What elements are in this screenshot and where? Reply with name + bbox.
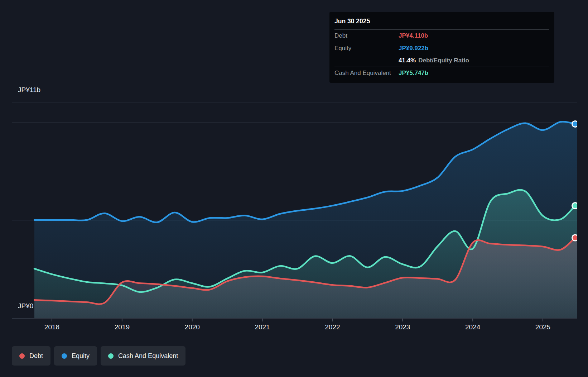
tooltip-equity-value: JP¥9.922b (399, 45, 428, 52)
cash-legend-dot-icon (108, 353, 114, 359)
legend-label: Equity (72, 352, 90, 360)
x-axis-label-2024: 2024 (465, 323, 481, 331)
tooltip-cash-label: Cash And Equivalent (334, 70, 399, 77)
tooltip-ratio-value: 41.4% (399, 57, 416, 64)
y-axis-label-top: JP¥11b (18, 86, 40, 94)
x-axis-label-2019: 2019 (115, 323, 130, 331)
tooltip-row-cash: Cash And Equivalent JP¥5.747b (334, 67, 549, 79)
tooltip: Jun 30 2025 Debt JP¥4.110b Equity JP¥9.9… (329, 12, 554, 83)
equity-endpoint-dot (572, 121, 578, 127)
x-axis-label-2018: 2018 (44, 323, 59, 331)
debt-legend-dot-icon (19, 353, 25, 359)
tooltip-debt-value: JP¥4.110b (399, 32, 428, 39)
tooltip-cash-value: JP¥5.747b (399, 70, 428, 77)
tooltip-date-title: Jun 30 2025 (334, 15, 549, 30)
y-axis-label-bottom: JP¥0 (18, 302, 33, 310)
debt-equity-chart: 20182019202020212022202320242025 JP¥11b … (0, 0, 588, 377)
x-axis-label-2022: 2022 (325, 323, 340, 331)
equity-legend-dot-icon (62, 353, 67, 359)
legend-chip-debt[interactable]: Debt (12, 346, 50, 366)
tooltip-ratio-label: Debt/Equity Ratio (418, 57, 469, 64)
legend-label: Debt (29, 352, 43, 360)
legend-chip-equity[interactable]: Equity (54, 346, 97, 366)
x-axis-label-2023: 2023 (395, 323, 410, 331)
tooltip-row-debt: Debt JP¥4.110b (334, 30, 549, 42)
cash-endpoint-dot (572, 203, 578, 209)
x-axis-label-2025: 2025 (535, 323, 550, 331)
debt-endpoint-dot (572, 235, 578, 241)
legend-chip-cash[interactable]: Cash And Equivalent (101, 346, 185, 366)
tooltip-debt-label: Debt (334, 32, 399, 39)
tooltip-row-equity: Equity JP¥9.922b (334, 42, 549, 54)
chart-legend: DebtEquityCash And Equivalent (12, 346, 185, 366)
x-axis-label-2020: 2020 (185, 323, 200, 331)
tooltip-row-ratio: 41.4% Debt/Equity Ratio (334, 54, 549, 67)
x-axis-label-2021: 2021 (255, 323, 270, 331)
tooltip-equity-label: Equity (334, 45, 399, 52)
legend-label: Cash And Equivalent (118, 352, 178, 360)
